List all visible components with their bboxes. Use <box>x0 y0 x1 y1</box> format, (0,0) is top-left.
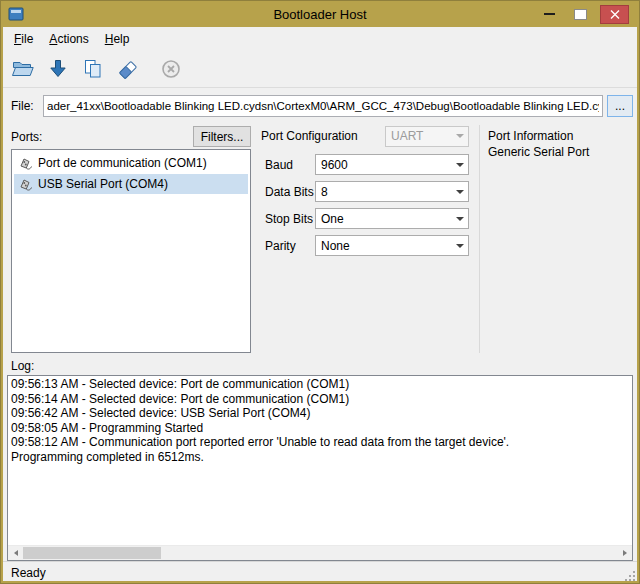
serial-port-icon <box>17 176 33 192</box>
browse-button[interactable]: ... <box>607 95 633 117</box>
chevron-down-icon <box>452 244 468 248</box>
protocol-value: UART <box>391 129 452 143</box>
abort-button[interactable] <box>156 54 186 84</box>
maximize-button[interactable] <box>569 5 591 23</box>
chevron-down-icon <box>452 134 468 138</box>
log-horizontal-scrollbar[interactable] <box>8 545 632 560</box>
menu-help[interactable]: Help <box>97 29 138 49</box>
statusbar: Ready <box>3 561 637 583</box>
parity-row: Parity None <box>261 235 469 256</box>
ports-listbox[interactable]: Port de communication (COM1) USB Serial … <box>11 149 251 353</box>
minimize-button[interactable] <box>538 5 560 23</box>
port-configuration-section: Port Configuration UART Baud 9600 Data B… <box>261 125 469 353</box>
verify-button[interactable] <box>78 54 108 84</box>
log-line: 09:56:14 AM - Selected device: Port de c… <box>11 392 629 407</box>
stop-bits-select[interactable]: One <box>315 208 469 229</box>
parity-value: None <box>321 239 452 253</box>
chevron-down-icon <box>452 217 468 221</box>
log-line: 09:58:12 AM - Communication port reporte… <box>11 435 629 450</box>
folder-open-icon <box>11 57 35 81</box>
minimize-icon <box>544 13 555 15</box>
erase-button[interactable] <box>113 54 143 84</box>
bootloader-host-window: Bootloader Host File Actions Help <box>0 0 640 584</box>
parity-label: Parity <box>261 239 315 253</box>
port-configuration-label: Port Configuration <box>261 129 358 143</box>
log-panel: 09:56:13 AM - Selected device: Port de c… <box>7 375 633 561</box>
menubar: File Actions Help <box>3 27 637 50</box>
serial-port-icon <box>17 155 33 171</box>
baud-row: Baud 9600 <box>261 154 469 175</box>
scrollbar-thumb[interactable] <box>23 547 161 559</box>
stop-bits-row: Stop Bits One <box>261 208 469 229</box>
menu-file[interactable]: File <box>6 29 41 49</box>
data-bits-select[interactable]: 8 <box>315 181 469 202</box>
caption-buttons <box>538 5 637 24</box>
close-button[interactable] <box>600 5 629 24</box>
log-output[interactable]: 09:56:13 AM - Selected device: Port de c… <box>8 376 632 545</box>
scroll-left-arrow[interactable] <box>8 546 23 560</box>
ports-label: Ports: <box>11 130 42 147</box>
scroll-right-arrow[interactable] <box>617 546 632 560</box>
port-item-label: USB Serial Port (COM4) <box>38 177 168 191</box>
close-icon <box>610 10 620 19</box>
resize-grip[interactable] <box>623 569 636 582</box>
main-area: Ports: Filters... Port de <box>11 125 633 353</box>
menu-actions[interactable]: Actions <box>41 29 96 49</box>
data-bits-value: 8 <box>321 185 452 199</box>
port-configuration-header: Port Configuration UART <box>261 125 469 147</box>
port-information-section: Port Information Generic Serial Port <box>479 125 633 353</box>
list-item-port-com4[interactable]: USB Serial Port (COM4) <box>14 174 248 194</box>
chevron-down-icon <box>452 190 468 194</box>
parity-select[interactable]: None <box>315 235 469 256</box>
chevron-down-icon <box>452 163 468 167</box>
log-line: 09:58:05 AM - Programming Started <box>11 421 629 436</box>
baud-select[interactable]: 9600 <box>315 154 469 175</box>
open-file-button[interactable] <box>8 54 38 84</box>
filters-button[interactable]: Filters... <box>193 126 251 147</box>
program-button[interactable] <box>43 54 73 84</box>
log-line: 09:56:13 AM - Selected device: Port de c… <box>11 377 629 392</box>
baud-value: 9600 <box>321 158 452 172</box>
list-item-port-com1[interactable]: Port de communication (COM1) <box>14 153 248 173</box>
baud-label: Baud <box>261 158 315 172</box>
ports-section: Ports: Filters... Port de <box>11 125 251 353</box>
maximize-icon <box>574 9 587 20</box>
file-row: File: ... <box>11 95 633 117</box>
ports-header: Ports: Filters... <box>11 125 251 147</box>
protocol-select[interactable]: UART <box>385 126 469 147</box>
verify-copy-icon <box>81 57 105 81</box>
stop-bits-label: Stop Bits <box>261 212 315 226</box>
log-line: 09:56:42 AM - Selected device: USB Seria… <box>11 406 629 421</box>
status-text: Ready <box>11 566 46 580</box>
eraser-icon <box>116 57 140 81</box>
toolbar <box>3 50 637 88</box>
data-bits-label: Data Bits <box>261 185 315 199</box>
port-item-label: Port de communication (COM1) <box>38 156 207 170</box>
program-arrow-icon <box>46 57 70 81</box>
log-line: Programming completed in 6512ms. <box>11 450 629 465</box>
data-bits-row: Data Bits 8 <box>261 181 469 202</box>
stop-bits-value: One <box>321 212 452 226</box>
file-path-input[interactable] <box>43 95 603 117</box>
titlebar: Bootloader Host <box>3 1 637 27</box>
log-label: Log: <box>11 359 637 373</box>
port-information-value: Generic Serial Port <box>488 145 633 159</box>
window-content: File Actions Help <box>3 27 637 581</box>
abort-icon <box>159 57 183 81</box>
port-information-label: Port Information <box>488 129 633 143</box>
file-label: File: <box>11 99 43 113</box>
